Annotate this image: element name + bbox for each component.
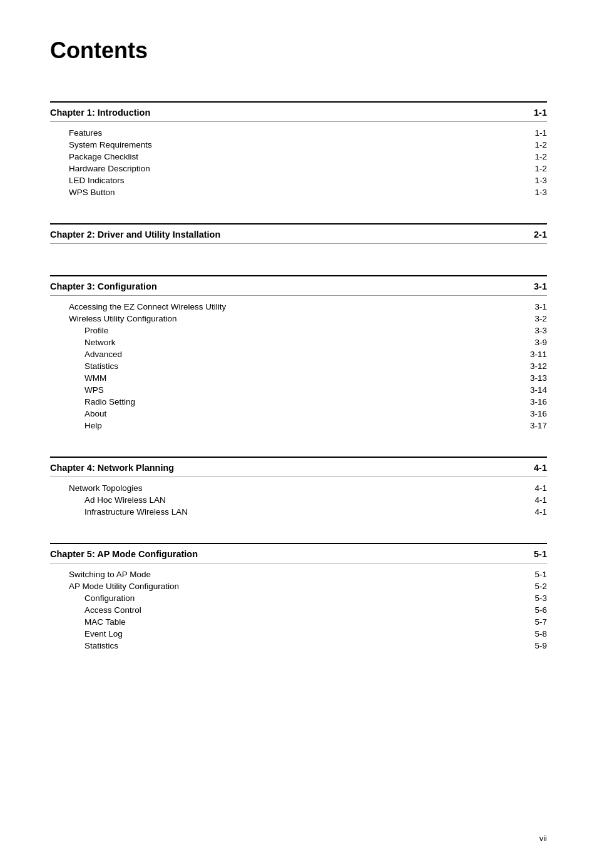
chapter-row-ch4: Chapter 4: Network Planning4-1: [50, 457, 547, 477]
toc-entry-page: 3-12: [522, 361, 547, 371]
chapter-section-ch2: Chapter 2: Driver and Utility Installati…: [50, 223, 547, 256]
toc-entry-label: Hardware Description: [50, 164, 150, 173]
toc-entry: Access Control5-6: [50, 604, 547, 616]
toc-entry-page: 5-6: [522, 605, 547, 615]
chapter-page-ch4: 4-1: [522, 463, 547, 473]
toc-entry-page: 1-2: [522, 140, 547, 149]
chapter-title-ch4: Chapter 4: Network Planning: [50, 463, 174, 473]
page-footer: vii: [539, 834, 547, 843]
toc-entry-label: Ad Hoc Wireless LAN: [50, 495, 166, 505]
toc-entry: Package Checklist1-2: [50, 151, 547, 163]
toc-entry-page: 5-2: [522, 582, 547, 591]
toc-entry-label: Statistics: [50, 641, 118, 650]
toc-entry-page: 5-3: [522, 593, 547, 603]
toc-entry-label: Help: [50, 421, 102, 430]
toc-entry-page: 1-2: [522, 152, 547, 161]
toc-entry: Network3-9: [50, 336, 547, 348]
toc-entry-page: 3-17: [522, 421, 547, 430]
toc-entry: System Requirements1-2: [50, 139, 547, 151]
chapter-title-ch1: Chapter 1: Introduction: [50, 108, 150, 118]
chapter-section-ch3: Chapter 3: Configuration3-1Accessing the…: [50, 275, 547, 438]
toc-entry-label: Accessing the EZ Connect Wireless Utilit…: [50, 302, 226, 311]
toc-entry-page: 4-1: [522, 495, 547, 505]
toc-entry: Switching to AP Mode5-1: [50, 568, 547, 580]
toc-entry-page: 1-3: [522, 176, 547, 185]
toc-entry-label: Network Topologies: [50, 483, 143, 493]
chapter-row-ch1: Chapter 1: Introduction1-1: [50, 101, 547, 122]
toc-entry: Event Log5-8: [50, 628, 547, 640]
toc-entry-label: Statistics: [50, 361, 118, 371]
toc-entry-label: Package Checklist: [50, 152, 138, 161]
chapter-page-ch5: 5-1: [522, 549, 547, 559]
toc-entry: Statistics5-9: [50, 640, 547, 652]
toc-entry-page: 5-1: [522, 570, 547, 579]
toc-entry: Infrastructure Wireless LAN4-1: [50, 506, 547, 518]
toc-entry: Hardware Description1-2: [50, 163, 547, 174]
toc-entry-label: MAC Table: [50, 617, 126, 627]
table-of-contents: Chapter 1: Introduction1-1Features1-1Sys…: [50, 101, 547, 658]
toc-entry: Statistics3-12: [50, 360, 547, 372]
toc-entry-page: 3-2: [522, 314, 547, 323]
toc-entry: About3-16: [50, 408, 547, 420]
chapter-section-ch5: Chapter 5: AP Mode Configuration5-1Switc…: [50, 543, 547, 658]
toc-entry-page: 3-11: [522, 350, 547, 359]
chapter-section-ch4: Chapter 4: Network Planning4-1Network To…: [50, 457, 547, 524]
toc-entry-label: WMM: [50, 373, 106, 383]
chapter-entries-ch3: Accessing the EZ Connect Wireless Utilit…: [50, 298, 547, 438]
toc-entry-page: 3-1: [522, 302, 547, 311]
toc-entry-page: 3-3: [522, 326, 547, 335]
toc-entry: Radio Setting3-16: [50, 396, 547, 408]
chapter-entries-ch1: Features1-1System Requirements1-2Package…: [50, 124, 547, 204]
toc-entry-label: LED Indicators: [50, 176, 125, 185]
toc-entry-label: About: [50, 409, 106, 418]
toc-entry: AP Mode Utility Configuration5-2: [50, 580, 547, 592]
toc-entry-page: 5-7: [522, 617, 547, 627]
toc-entry: Wireless Utility Configuration3-2: [50, 313, 547, 325]
toc-entry-page: 5-9: [522, 641, 547, 650]
chapter-page-ch1: 1-1: [522, 108, 547, 118]
toc-entry-page: 5-8: [522, 629, 547, 638]
toc-entry: Configuration5-3: [50, 592, 547, 604]
toc-entry-page: 3-16: [522, 409, 547, 418]
toc-entry-page: 4-1: [522, 507, 547, 517]
chapter-row-ch5: Chapter 5: AP Mode Configuration5-1: [50, 543, 547, 563]
chapter-entries-ch4: Network Topologies4-1Ad Hoc Wireless LAN…: [50, 480, 547, 524]
toc-entry-label: WPS Button: [50, 188, 115, 197]
toc-entry-label: Radio Setting: [50, 397, 135, 406]
toc-entry: WPS3-14: [50, 384, 547, 396]
toc-entry-label: AP Mode Utility Configuration: [50, 582, 179, 591]
toc-entry: Accessing the EZ Connect Wireless Utilit…: [50, 301, 547, 313]
toc-entry-label: Event Log: [50, 629, 123, 638]
chapter-title-ch3: Chapter 3: Configuration: [50, 281, 157, 291]
toc-entry-label: Access Control: [50, 605, 141, 615]
toc-entry: Advanced3-11: [50, 348, 547, 360]
chapter-entries-ch5: Switching to AP Mode5-1AP Mode Utility C…: [50, 566, 547, 658]
toc-entry: LED Indicators1-3: [50, 174, 547, 186]
toc-entry-page: 1-2: [522, 164, 547, 173]
toc-entry-page: 1-3: [522, 188, 547, 197]
toc-entry-label: Infrastructure Wireless LAN: [50, 507, 188, 517]
toc-entry-label: Network: [50, 338, 116, 347]
toc-entry-label: Profile: [50, 326, 108, 335]
toc-entry: Network Topologies4-1: [50, 482, 547, 494]
toc-entry-label: Features: [50, 128, 102, 138]
toc-entry-page: 3-13: [522, 373, 547, 383]
chapter-page-ch2: 2-1: [522, 230, 547, 240]
toc-entry-label: System Requirements: [50, 140, 152, 149]
toc-entry-label: Switching to AP Mode: [50, 570, 151, 579]
toc-entry: WMM3-13: [50, 372, 547, 384]
toc-entry: WPS Button1-3: [50, 186, 547, 198]
chapter-title-ch5: Chapter 5: AP Mode Configuration: [50, 549, 198, 559]
chapter-row-ch2: Chapter 2: Driver and Utility Installati…: [50, 223, 547, 244]
chapter-page-ch3: 3-1: [522, 281, 547, 291]
toc-entry: Profile3-3: [50, 325, 547, 336]
toc-entry-label: Advanced: [50, 350, 122, 359]
toc-entry-page: 3-16: [522, 397, 547, 406]
toc-entry: Features1-1: [50, 127, 547, 139]
page-title: Contents: [50, 38, 547, 64]
toc-entry: Ad Hoc Wireless LAN4-1: [50, 494, 547, 506]
toc-entry-label: Wireless Utility Configuration: [50, 314, 177, 323]
chapter-title-ch2: Chapter 2: Driver and Utility Installati…: [50, 230, 220, 240]
chapter-section-ch1: Chapter 1: Introduction1-1Features1-1Sys…: [50, 101, 547, 204]
toc-entry-page: 3-14: [522, 385, 547, 395]
